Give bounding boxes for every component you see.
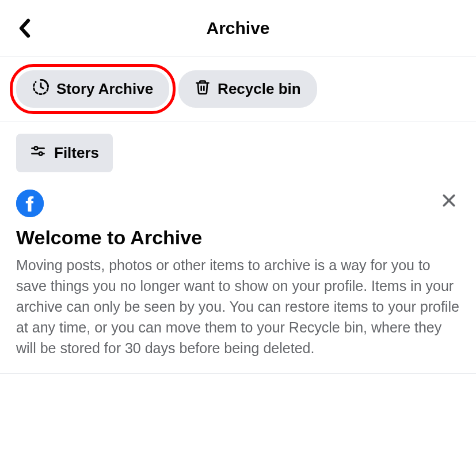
welcome-card: Welcome to Archive Moving posts, photos … <box>0 190 476 374</box>
welcome-body: Moving posts, photos or other items to a… <box>16 255 460 358</box>
welcome-title: Welcome to Archive <box>16 226 460 249</box>
close-button[interactable] <box>438 190 460 214</box>
filters-label: Filters <box>54 144 99 162</box>
back-button[interactable] <box>17 18 32 38</box>
header: Archive <box>0 0 476 56</box>
chevron-left-icon <box>17 18 32 38</box>
facebook-logo <box>16 190 44 217</box>
tab-recycle-bin-label: Recycle bin <box>218 80 301 98</box>
svg-point-3 <box>39 152 43 156</box>
filters-icon <box>30 143 46 163</box>
story-archive-icon <box>32 78 49 100</box>
trash-icon <box>195 79 211 99</box>
page-title: Archive <box>206 18 269 38</box>
close-icon <box>440 192 458 209</box>
filters-button[interactable]: Filters <box>16 134 113 172</box>
tabs-row: Story Archive Recycle bin <box>0 56 476 122</box>
tab-story-archive[interactable]: Story Archive <box>16 70 169 108</box>
tab-story-archive-label: Story Archive <box>56 80 153 98</box>
tab-recycle-bin[interactable]: Recycle bin <box>178 70 317 108</box>
svg-point-1 <box>35 146 38 150</box>
filters-section: Filters <box>0 122 476 190</box>
